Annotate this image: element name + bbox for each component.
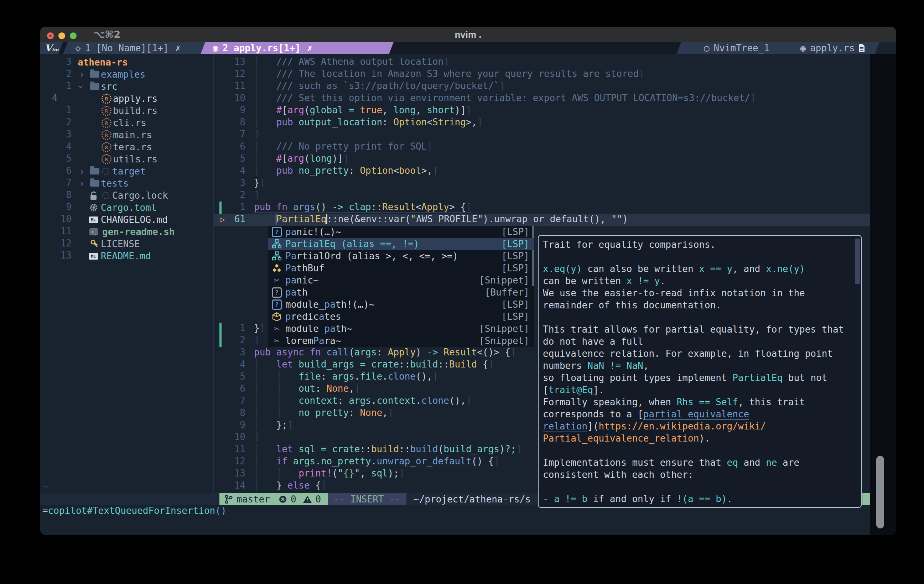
tree-item-label: gen-readme.sh: [102, 226, 175, 237]
doc-line: Formally speaking, when Rhs == Self, thi…: [543, 397, 805, 409]
code-line-7[interactable]: 7⌉: [214, 129, 870, 141]
macro-icon: ?: [272, 299, 282, 310]
nvim-content: Vim◇1 [No Name][1+]✗◉2 apply.rs[1+]✗○Nvi…: [40, 42, 896, 535]
statusline-mode: -- INSERT --: [328, 493, 406, 505]
tree-row-src[interactable]: 1›src: [40, 81, 213, 92]
completion-item[interactable]: predicates[LSP]: [268, 310, 534, 323]
tab-close-icon[interactable]: ✗: [175, 43, 181, 53]
tree-row-gen-readme.sh[interactable]: 11›_gen-readme.sh: [40, 226, 213, 238]
code-line-3[interactable]: 3}⌉: [214, 177, 870, 190]
code-line-8[interactable]: 8│ pub output_location: Option<String>,⌉: [214, 117, 870, 129]
code-line-2[interactable]: 2⌉: [214, 190, 870, 201]
doc-line: This trait allows for partial equality, …: [543, 324, 844, 336]
tree-row-main.rs[interactable]: 3Rmain.rs: [40, 129, 213, 141]
completion-label: PathBuf: [285, 263, 325, 274]
completion-item[interactable]: ✂loremPara~[Snippet]: [268, 335, 534, 347]
doc-line: equivalence relation. For example, in fl…: [543, 348, 833, 360]
tree-row-cli.rs[interactable]: 2Rcli.rs: [40, 117, 213, 129]
completion-item[interactable]: PartialOrd (alias >, <, <=, >=)[LSP]: [268, 250, 534, 262]
tree-row-CHANGELOG.md[interactable]: 10M↓CHANGELOG.md: [40, 214, 213, 226]
code-text: │ #[arg(long)]⌉: [254, 153, 349, 164]
line-number: 9: [221, 419, 246, 430]
code-line-9[interactable]: 9│ #[arg(global = true, long, short)]⌉: [214, 105, 870, 117]
code-text: }⌉: [254, 177, 265, 188]
tab-1-[No-Name][1+][interactable]: ◇1 [No Name][1+]✗: [63, 42, 223, 54]
terminal-scrollbar-thumb[interactable]: [876, 456, 884, 528]
line-number: 1: [221, 201, 246, 212]
completion-menu: ?panic!(…)~[LSP]PartialEq (alias ==, !=)…: [268, 226, 534, 347]
doc-line: x.eq(y) can also be written x == y, and …: [543, 264, 805, 276]
tree-row-utils.rs[interactable]: 5Rutils.rs: [40, 153, 213, 165]
completion-source-tag: [Buffer]: [485, 287, 529, 298]
completion-label: PartialOrd (alias >, <, <=, >=): [285, 251, 458, 261]
tree-line-number: 2: [44, 117, 72, 127]
doc-line: do not have a full: [543, 336, 644, 348]
doc-line: can be written x != y.: [543, 276, 665, 288]
code-line-1[interactable]: 1pub fn args() -> clap::Result<Apply> {⌉: [214, 201, 870, 214]
titlebar[interactable]: ⌥⌘2 nvim .: [40, 27, 896, 42]
tree-item-label: cli.rs: [113, 117, 147, 128]
completion-item[interactable]: ✂panic~[Snippet]: [268, 274, 534, 286]
code-text: pub fn args() -> clap::Result<Apply> {⌉: [254, 201, 472, 212]
tree-row-LICENSE[interactable]: 12LICENSE: [40, 238, 213, 250]
vim-logo: Vim: [40, 42, 63, 54]
chevron-right-icon: ›: [79, 68, 85, 81]
line-number: 12: [221, 456, 246, 467]
doc-line: relation](https://en.wikipedia.org/wiki/: [543, 421, 766, 433]
code-line-12[interactable]: 12│ /// The location in Amazon S3 where …: [214, 68, 870, 81]
tree-row-tera.rs[interactable]: 4Rtera.rs: [40, 141, 213, 153]
tree-item-label: examples: [101, 69, 145, 80]
tree-row-README.md[interactable]: 13M↓README.md: [40, 250, 213, 262]
line-number: 11: [221, 444, 246, 454]
git-branch-name: master: [236, 494, 270, 505]
tree-row-Cargo.lock[interactable]: 8Cargo.lock: [40, 190, 213, 201]
code-line-4[interactable]: 4│ pub no_pretty: Option<bool>,⌉: [214, 165, 870, 177]
command-line[interactable]: =copilot#TextQueuedForInsertion(): [42, 505, 226, 517]
tree-item-label: tera.rs: [113, 142, 152, 152]
code-line-61[interactable]: ▷61 ▕PartialEq::ne(&env::var("AWS_PROFIL…: [214, 214, 870, 226]
completion-label: module_path~: [285, 323, 352, 334]
tree-line-number: 13: [44, 250, 72, 261]
code-line-11[interactable]: 11│ /// such as `s3://path/to/query/buck…: [214, 81, 870, 92]
window-title: nvim .: [40, 29, 896, 40]
tree-row-examples[interactable]: 2›examples: [40, 68, 213, 81]
tree-item-label: apply.rs: [113, 93, 157, 104]
tree-line-number: 1: [44, 81, 72, 91]
code-line-5[interactable]: 5│ #[arg(long)]⌉: [214, 153, 870, 165]
doc-line: consistent with each other:: [543, 469, 693, 482]
completion-item[interactable]: ?module_path!(…)~[LSP]: [268, 299, 534, 310]
tree-row-apply.rs[interactable]: 4Rapply.rs: [40, 92, 213, 105]
documentation-scrollbar-thumb[interactable]: [855, 239, 860, 284]
rust-file-icon: R: [102, 92, 112, 105]
tree-line-number: 8: [44, 190, 72, 200]
completion-source-tag: [Snippet]: [479, 323, 529, 334]
tree-row-tests[interactable]: 7›tests: [40, 177, 213, 190]
completion-label: panic!(…)~: [285, 226, 341, 237]
tree-row-athena-rs[interactable]: 3athena-rs: [40, 56, 213, 68]
folder-icon: [90, 68, 99, 81]
completion-item[interactable]: PathBuf[LSP]: [268, 262, 534, 274]
git-ignored-icon: [102, 165, 109, 177]
completion-item[interactable]: PartialEq (alias ==, !=)[LSP]: [268, 238, 534, 250]
tree-item-label: src: [101, 81, 117, 92]
code-text: │ };⌉: [254, 419, 293, 430]
tree-line-number: 12: [44, 238, 72, 249]
code-text: ▕PartialEq::ne(&env::var("AWS_PROFILE").…: [254, 214, 628, 224]
tree-row-build.rs[interactable]: 1Rbuild.rs: [40, 105, 213, 117]
code-line-13[interactable]: 13│ /// AWS Athena output location⌉: [214, 56, 870, 68]
rust-file-icon: R: [102, 105, 112, 117]
code-line-10[interactable]: 10│ /// Set this option via environment …: [214, 92, 870, 105]
completion-item[interactable]: ?panic!(…)~[LSP]: [268, 226, 534, 238]
code-text: │ │ context: args.context.clone(),⌉: [254, 395, 472, 406]
code-line-6[interactable]: 6│ /// No pretty print for SQL⌉: [214, 141, 870, 153]
tree-row-target[interactable]: 6›target: [40, 165, 213, 177]
macro-icon: ?: [272, 226, 282, 238]
tree-row-Cargo.toml[interactable]: 9Cargo.toml: [40, 201, 213, 214]
completion-item[interactable]: ?path[Buffer]: [268, 286, 534, 299]
completion-source-tag: [LSP]: [502, 239, 529, 249]
tree-line-number: 2: [44, 68, 72, 79]
completion-item[interactable]: ✂module_path~[Snippet]: [268, 323, 534, 335]
doc-line: corresponds to a [partial equivalence: [543, 409, 749, 421]
folder-icon: [90, 81, 99, 92]
tree-line-number: 4: [44, 141, 72, 152]
